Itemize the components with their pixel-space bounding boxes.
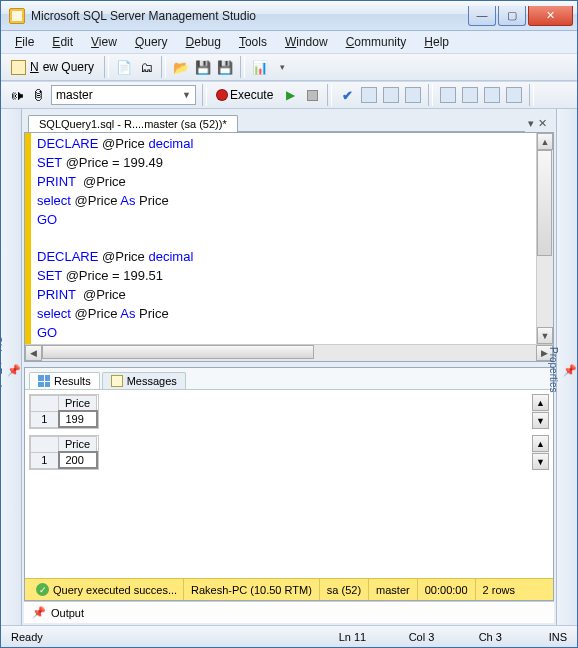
stop-icon[interactable] bbox=[303, 86, 321, 104]
connection-icon[interactable]: 🛢 bbox=[29, 86, 47, 104]
file-tab[interactable]: SQLQuery1.sql - R....master (sa (52))* bbox=[28, 115, 238, 132]
result-grid-2[interactable]: Price 1200 bbox=[29, 435, 99, 470]
menu-community[interactable]: Community bbox=[338, 33, 415, 51]
database-select[interactable]: master ▼ bbox=[51, 85, 196, 105]
stats-icon[interactable] bbox=[439, 86, 457, 104]
parse-icon[interactable]: ✔ bbox=[338, 86, 356, 104]
tab-close-icon[interactable]: ✕ bbox=[538, 117, 547, 130]
separator bbox=[202, 84, 207, 106]
separator bbox=[327, 84, 332, 106]
document-tabs: SQLQuery1.sql - R....master (sa (52))* ▾… bbox=[24, 111, 554, 132]
status-db: master bbox=[369, 579, 418, 600]
success-icon: ✓ bbox=[36, 583, 49, 596]
toolbar-main: New Query 📄 🗂 📂 💾 💾 📊 ▾ bbox=[1, 53, 577, 81]
maximize-button[interactable]: ▢ bbox=[498, 6, 526, 26]
menu-query[interactable]: Query bbox=[127, 33, 176, 51]
row-header[interactable]: 1 bbox=[31, 411, 59, 427]
status-message: Query executed succes... bbox=[53, 584, 177, 596]
scroll-thumb[interactable] bbox=[537, 150, 552, 256]
object-explorer-tab[interactable]: 📌 Object Explorer bbox=[1, 109, 22, 625]
query-status-bar: ✓Query executed succes... Rakesh-PC (10.… bbox=[25, 578, 553, 600]
results-grid-icon[interactable] bbox=[404, 86, 422, 104]
close-button[interactable]: ✕ bbox=[528, 6, 573, 26]
grid-icon[interactable] bbox=[483, 86, 501, 104]
menu-help[interactable]: Help bbox=[416, 33, 457, 51]
separator bbox=[240, 56, 245, 78]
code-area[interactable]: DECLARE @Price decimal SET @Price = 199.… bbox=[31, 133, 536, 344]
menubar: File Edit View Query Debug Tools Window … bbox=[1, 31, 577, 53]
sql-editor: DECLARE @Price decimal SET @Price = 199.… bbox=[24, 132, 554, 362]
status-col: Col 3 bbox=[409, 631, 479, 643]
menu-view[interactable]: View bbox=[83, 33, 125, 51]
menu-file[interactable]: File bbox=[7, 33, 42, 51]
properties-tab[interactable]: 📌 Properties bbox=[556, 109, 577, 625]
status-ins: INS bbox=[549, 631, 567, 643]
menu-tools[interactable]: Tools bbox=[231, 33, 275, 51]
scroll-left-icon[interactable]: ◀ bbox=[25, 345, 42, 361]
result-grid-1[interactable]: Price 1199 bbox=[29, 394, 99, 429]
results-tab[interactable]: Results bbox=[29, 372, 100, 389]
status-server: Rakesh-PC (10.50 RTM) bbox=[184, 579, 320, 600]
cell-value[interactable]: 200 bbox=[59, 452, 97, 468]
column-header[interactable]: Price bbox=[59, 437, 97, 453]
save-all-icon[interactable]: 💾 bbox=[216, 58, 234, 76]
change-connection-icon[interactable]: 🕪 bbox=[7, 86, 25, 104]
new-project-icon[interactable]: 🗂 bbox=[137, 58, 155, 76]
open-icon[interactable]: 📂 bbox=[172, 58, 190, 76]
status-ready: Ready bbox=[11, 631, 43, 643]
dropdown-icon[interactable]: ▾ bbox=[273, 58, 291, 76]
menu-debug[interactable]: Debug bbox=[178, 33, 229, 51]
include-icon[interactable] bbox=[461, 86, 479, 104]
execute-icon bbox=[217, 90, 227, 100]
scroll-up-icon[interactable]: ▲ bbox=[537, 133, 553, 150]
grid2-vscroll[interactable]: ▲▼ bbox=[532, 435, 549, 470]
status-user: sa (52) bbox=[320, 579, 369, 600]
window-title: Microsoft SQL Server Management Studio bbox=[31, 9, 466, 23]
new-query-button[interactable]: New Query bbox=[7, 58, 98, 77]
row-header[interactable]: 1 bbox=[31, 452, 59, 468]
output-panel-tab[interactable]: 📌 Output bbox=[24, 601, 554, 623]
status-ch: Ch 3 bbox=[479, 631, 549, 643]
scroll-thumb[interactable] bbox=[42, 345, 314, 359]
menu-edit[interactable]: Edit bbox=[44, 33, 81, 51]
corner-cell bbox=[31, 437, 59, 453]
results-tabstrip: Results Messages bbox=[25, 368, 553, 390]
debug-icon[interactable]: ▶ bbox=[281, 86, 299, 104]
titlebar[interactable]: Microsoft SQL Server Management Studio —… bbox=[1, 1, 577, 31]
app-window: Microsoft SQL Server Management Studio —… bbox=[0, 0, 578, 648]
editor-hscroll[interactable]: ◀ ▶ bbox=[25, 344, 553, 361]
database-value: master bbox=[56, 88, 93, 102]
results-pane: Results Messages Price 1199 bbox=[24, 367, 554, 601]
messages-tab[interactable]: Messages bbox=[102, 372, 186, 389]
execute-button[interactable]: Execute bbox=[213, 87, 277, 103]
tab-menu-icon[interactable]: ▾ bbox=[528, 117, 534, 130]
text-icon[interactable] bbox=[505, 86, 523, 104]
grid1-vscroll[interactable]: ▲▼ bbox=[532, 394, 549, 429]
editor-area: SQLQuery1.sql - R....master (sa (52))* ▾… bbox=[22, 109, 556, 625]
plan-icon[interactable] bbox=[360, 86, 378, 104]
scroll-down-icon[interactable]: ▼ bbox=[537, 327, 553, 344]
statusbar: Ready Ln 11 Col 3 Ch 3 INS bbox=[1, 625, 577, 647]
messages-icon bbox=[111, 375, 123, 387]
options-icon[interactable] bbox=[382, 86, 400, 104]
minimize-button[interactable]: — bbox=[468, 6, 496, 26]
pin-icon: 📌 bbox=[7, 364, 21, 377]
column-header[interactable]: Price bbox=[59, 396, 97, 412]
menu-window[interactable]: Window bbox=[277, 33, 336, 51]
results-grids: Price 1199 ▲▼ Price 1200 bbox=[25, 390, 553, 578]
results-grid-icon bbox=[38, 375, 50, 387]
editor-vscroll[interactable]: ▲ ▼ bbox=[536, 133, 553, 344]
status-rows: 2 rows bbox=[476, 579, 522, 600]
save-icon[interactable]: 💾 bbox=[194, 58, 212, 76]
separator bbox=[161, 56, 166, 78]
cell-value[interactable]: 199 bbox=[59, 411, 97, 427]
activity-icon[interactable]: 📊 bbox=[251, 58, 269, 76]
pin-icon: 📌 bbox=[563, 364, 577, 377]
new-file-icon[interactable]: 📄 bbox=[115, 58, 133, 76]
new-query-icon bbox=[11, 60, 26, 75]
chevron-down-icon: ▼ bbox=[182, 90, 191, 100]
client-area: 📌 Object Explorer SQLQuery1.sql - R....m… bbox=[1, 109, 577, 625]
status-time: 00:00:00 bbox=[418, 579, 476, 600]
pin-icon: 📌 bbox=[32, 606, 46, 619]
app-icon bbox=[9, 8, 25, 24]
